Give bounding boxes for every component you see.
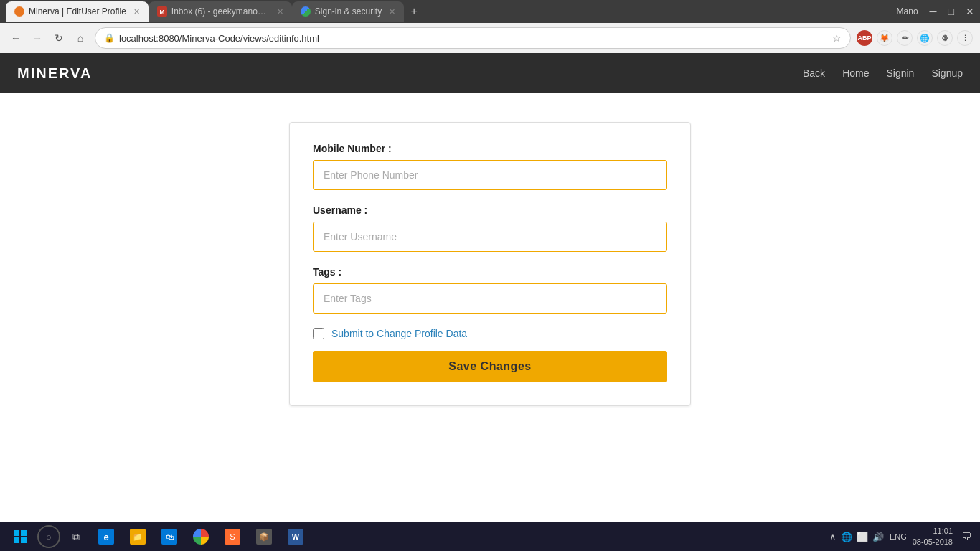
- main-content: Mobile Number : Username : Tags : Submit…: [0, 93, 980, 522]
- nav-back[interactable]: Back: [803, 67, 825, 79]
- username-label: Username :: [313, 204, 667, 216]
- extension-icon-4[interactable]: ⚙: [937, 30, 953, 46]
- minimize-button[interactable]: ─: [930, 6, 937, 17]
- browser-extensions: ABP 🦊 ✏ 🌐 ⚙ ⋮: [857, 30, 973, 46]
- extension-icon-3[interactable]: 🌐: [917, 30, 933, 46]
- lock-icon: 🔒: [104, 33, 115, 43]
- url-input[interactable]: [119, 33, 828, 44]
- reload-button[interactable]: ↻: [50, 29, 67, 47]
- window-controls: Mano ─ □ ✕: [897, 6, 974, 17]
- tab-google-security[interactable]: Sign-in & security ✕: [292, 1, 404, 22]
- tab-close-1[interactable]: ✕: [133, 7, 140, 17]
- extension-icon-1[interactable]: 🦊: [877, 30, 892, 46]
- adblock-icon[interactable]: ABP: [857, 30, 872, 46]
- close-button[interactable]: ✕: [966, 6, 974, 17]
- app-navbar: MINERVA Back Home Signin Signup: [0, 53, 980, 93]
- app-brand: MINERVA: [17, 65, 92, 82]
- tags-input[interactable]: [313, 283, 667, 314]
- nav-home[interactable]: Home: [842, 67, 869, 79]
- submit-checkbox[interactable]: [313, 328, 324, 339]
- home-button[interactable]: ⌂: [72, 29, 89, 47]
- address-bar[interactable]: 🔒 ☆: [95, 27, 851, 49]
- submit-checkbox-label[interactable]: Submit to Change Profile Data: [331, 328, 467, 339]
- tab-label-2: Inbox (6) - geekymano@...: [171, 6, 270, 17]
- nav-buttons: ← → ↻ ⌂: [7, 29, 89, 47]
- tab-close-2[interactable]: ✕: [277, 7, 283, 17]
- tab-favicon-3: [301, 6, 311, 17]
- nav-signup[interactable]: Signup: [931, 67, 963, 79]
- tabs-container: Minerva | EditUser Profile ✕ M Inbox (6)…: [6, 1, 424, 22]
- tags-group: Tags :: [313, 266, 667, 314]
- submit-checkbox-row: Submit to Change Profile Data: [313, 328, 667, 339]
- form-card: Mobile Number : Username : Tags : Submit…: [289, 122, 691, 406]
- forward-button[interactable]: →: [29, 29, 46, 47]
- tab-label-3: Sign-in & security: [315, 6, 382, 17]
- tags-label: Tags :: [313, 266, 667, 278]
- username-group: Username :: [313, 204, 667, 252]
- tab-close-3[interactable]: ✕: [389, 7, 395, 17]
- mobile-number-group: Mobile Number :: [313, 143, 667, 190]
- extension-icon-2[interactable]: ✏: [897, 30, 913, 46]
- new-tab-button[interactable]: +: [404, 1, 424, 22]
- extension-icon-5[interactable]: ⋮: [957, 30, 973, 46]
- bookmark-icon[interactable]: ☆: [832, 32, 842, 44]
- mobile-input[interactable]: [313, 160, 667, 190]
- title-bar: Minerva | EditUser Profile ✕ M Inbox (6)…: [0, 0, 980, 23]
- mobile-label: Mobile Number :: [313, 143, 667, 154]
- nav-links: Back Home Signin Signup: [803, 67, 963, 79]
- address-bar-row: ← → ↻ ⌂ 🔒 ☆ ABP 🦊 ✏ 🌐 ⚙ ⋮: [0, 23, 980, 53]
- tab-gmail[interactable]: M Inbox (6) - geekymano@... ✕: [149, 1, 292, 22]
- save-changes-button[interactable]: Save Changes: [313, 351, 667, 382]
- maximize-button[interactable]: □: [948, 6, 954, 17]
- tab-edituser[interactable]: Minerva | EditUser Profile ✕: [6, 1, 149, 22]
- back-button[interactable]: ←: [7, 29, 24, 47]
- tab-favicon-2: M: [157, 6, 167, 17]
- tab-favicon-1: [14, 6, 24, 17]
- tab-label-1: Minerva | EditUser Profile: [29, 6, 126, 17]
- username-input[interactable]: [313, 222, 667, 252]
- user-name: Mano: [897, 6, 918, 17]
- nav-signin[interactable]: Signin: [886, 67, 914, 79]
